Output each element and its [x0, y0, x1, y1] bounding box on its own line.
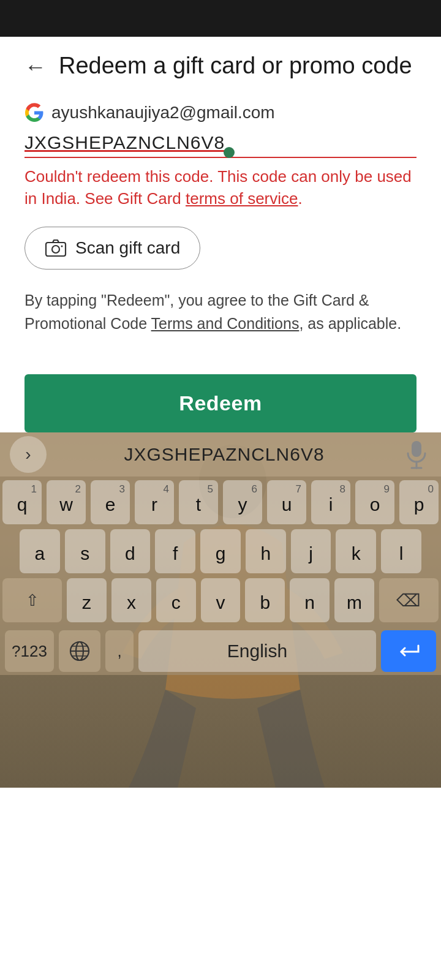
- key-g[interactable]: g: [200, 529, 241, 573]
- key-v[interactable]: v: [201, 578, 241, 622]
- key-d[interactable]: d: [110, 529, 151, 573]
- back-button[interactable]: ←: [24, 54, 47, 80]
- comma-key[interactable]: ,: [105, 630, 134, 672]
- account-row: ayushkanaujiya2@gmail.com: [24, 103, 417, 123]
- terms-text: By tapping "Redeem", you agree to the Gi…: [24, 289, 417, 335]
- terms-of-service-link[interactable]: terms of service: [186, 189, 298, 208]
- keyboard-overlay: › JXGSHEPAZNCLN6V8 1q 2w 3e 4r 5t 6y: [0, 432, 441, 675]
- terms-conditions-link[interactable]: Terms and Conditions: [151, 315, 300, 332]
- symbols-key[interactable]: ?123: [5, 630, 54, 672]
- key-w[interactable]: 2w: [47, 480, 86, 524]
- key-f[interactable]: f: [155, 529, 195, 573]
- microphone-button[interactable]: [402, 440, 431, 469]
- code-input-wrapper: JXGSHEPAZNCLN6V8: [24, 132, 417, 158]
- key-s[interactable]: s: [65, 529, 105, 573]
- key-x[interactable]: x: [111, 578, 151, 622]
- key-c[interactable]: c: [156, 578, 196, 622]
- suggestion-bar: › JXGSHEPAZNCLN6V8: [0, 432, 441, 477]
- page-title: Redeem a gift card or promo code: [59, 51, 412, 81]
- keyboard-bottom-row: ?123 , English: [2, 627, 439, 675]
- key-row-2: a s d f g h j k l: [2, 529, 439, 573]
- key-i[interactable]: 8i: [311, 480, 350, 524]
- key-o[interactable]: 9o: [355, 480, 394, 524]
- key-t[interactable]: 5t: [179, 480, 218, 524]
- scan-gift-card-label: Scan gift card: [75, 238, 180, 258]
- main-content: ← Redeem a gift card or promo code ayush…: [0, 37, 441, 374]
- key-a[interactable]: a: [20, 529, 60, 573]
- key-k[interactable]: k: [336, 529, 376, 573]
- redeem-button-area: Redeem: [0, 374, 441, 432]
- key-z[interactable]: z: [67, 578, 107, 622]
- backspace-key[interactable]: ⌫: [379, 578, 439, 622]
- key-j[interactable]: j: [291, 529, 331, 573]
- scan-gift-card-button[interactable]: Scan gift card: [24, 227, 200, 270]
- svg-rect-0: [46, 243, 66, 256]
- code-input-text[interactable]: JXGSHEPAZNCLN6V8: [24, 132, 225, 153]
- error-message: Couldn't redeem this code. This code can…: [24, 165, 417, 210]
- key-e[interactable]: 3e: [91, 480, 130, 524]
- svg-point-1: [52, 246, 59, 253]
- key-u[interactable]: 7u: [267, 480, 306, 524]
- status-bar: [0, 0, 441, 37]
- key-l[interactable]: l: [381, 529, 421, 573]
- key-r[interactable]: 4r: [135, 480, 174, 524]
- key-row-1: 1q 2w 3e 4r 5t 6y 7u 8i 9o 0p: [2, 480, 439, 524]
- key-row-3: ⇧ z x c v b n m ⌫: [2, 578, 439, 622]
- key-h[interactable]: h: [246, 529, 286, 573]
- key-b[interactable]: b: [245, 578, 285, 622]
- camera-icon: [45, 237, 67, 259]
- shift-key[interactable]: ⇧: [2, 578, 62, 622]
- keyboard-rows: 1q 2w 3e 4r 5t 6y 7u 8i 9o 0p a s d f g …: [0, 477, 441, 675]
- google-logo-icon: [24, 103, 44, 123]
- redeem-button[interactable]: Redeem: [24, 374, 417, 432]
- keyboard-suggestion[interactable]: JXGSHEPAZNCLN6V8: [51, 444, 397, 465]
- key-m[interactable]: m: [334, 578, 374, 622]
- key-y[interactable]: 6y: [223, 480, 262, 524]
- key-p[interactable]: 0p: [399, 480, 439, 524]
- keyboard-area: › JXGSHEPAZNCLN6V8 1q 2w 3e 4r 5t 6y: [0, 432, 441, 675]
- globe-key[interactable]: [59, 630, 100, 672]
- svg-point-2: [61, 246, 63, 247]
- key-n[interactable]: n: [290, 578, 330, 622]
- enter-key[interactable]: [381, 630, 436, 672]
- header-row: ← Redeem a gift card or promo code: [24, 51, 417, 81]
- svg-rect-4: [412, 441, 421, 457]
- spacebar-key[interactable]: English: [138, 630, 376, 672]
- key-q[interactable]: 1q: [2, 480, 42, 524]
- account-email: ayushkanaujiya2@gmail.com: [51, 103, 275, 123]
- expand-suggestions-button[interactable]: ›: [10, 436, 47, 473]
- text-cursor: [224, 147, 235, 158]
